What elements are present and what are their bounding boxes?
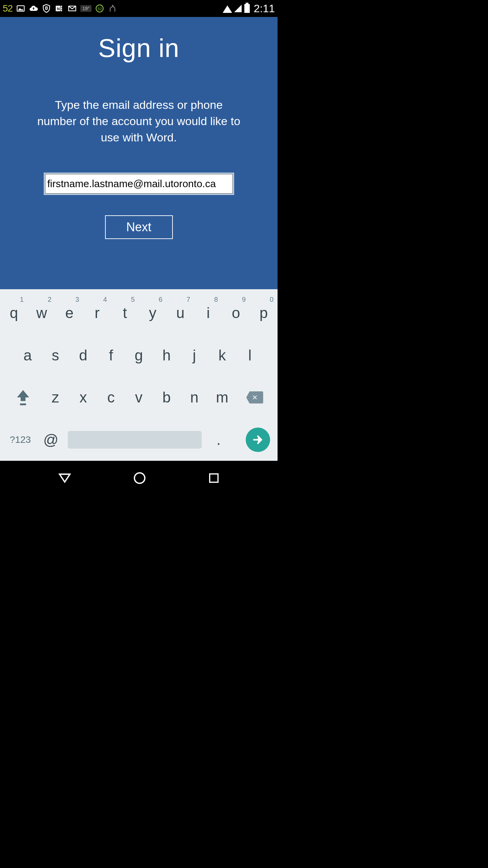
- key-w[interactable]: 2w: [28, 294, 56, 332]
- key-e[interactable]: 3e: [56, 294, 83, 332]
- key-j[interactable]: j: [181, 337, 208, 374]
- key-q[interactable]: 1q: [0, 294, 28, 332]
- key-h[interactable]: h: [153, 337, 181, 374]
- email-field-wrap: [44, 173, 234, 195]
- clock: 2:11: [254, 2, 275, 15]
- key-s[interactable]: s: [42, 337, 69, 374]
- battery-icon: [244, 4, 250, 13]
- status-right: 2:11: [223, 2, 275, 15]
- gmail-icon: [67, 4, 77, 13]
- signin-panel: Sign in Type the email address or phone …: [0, 17, 278, 289]
- at-key[interactable]: @: [37, 431, 64, 448]
- status-bar: 52 N 19° 52 2:11: [0, 0, 278, 17]
- key-a[interactable]: a: [14, 337, 42, 374]
- keyboard-row-4: ?123 @ .: [0, 419, 278, 461]
- android-nav-bar: [0, 461, 278, 494]
- key-p[interactable]: 0p: [250, 294, 278, 332]
- shield-icon: [42, 4, 51, 13]
- wifi-icon: [223, 5, 232, 13]
- key-k[interactable]: k: [208, 337, 236, 374]
- llama-icon: [108, 4, 117, 13]
- svg-rect-6: [61, 8, 62, 9]
- ring-badge-icon: 52: [95, 4, 104, 13]
- backspace-key[interactable]: [236, 391, 273, 403]
- weather-temp: 19°: [80, 5, 92, 12]
- status-left: 52 N 19° 52: [3, 3, 223, 14]
- key-f[interactable]: f: [97, 337, 125, 374]
- instruction-text: Type the email address or phone number o…: [37, 97, 241, 145]
- key-x[interactable]: x: [69, 379, 97, 416]
- spacebar-key[interactable]: [68, 431, 202, 449]
- on-screen-keyboard: 1q2w3e4r5t6y7u8i9o0p asdfghjkl zxcvbnm ?…: [0, 289, 278, 461]
- key-t[interactable]: 5t: [111, 294, 139, 332]
- keyboard-row-1: 1q2w3e4r5t6y7u8i9o0p: [0, 292, 278, 334]
- svg-rect-5: [61, 6, 62, 7]
- symbols-key[interactable]: ?123: [3, 434, 37, 445]
- key-i[interactable]: 8i: [194, 294, 222, 332]
- image-icon: [16, 4, 25, 13]
- back-button[interactable]: [57, 470, 73, 487]
- signal-icon: [234, 5, 242, 12]
- svg-rect-12: [20, 403, 26, 405]
- svg-text:52: 52: [98, 6, 102, 11]
- onenote-icon: N: [55, 4, 64, 13]
- key-g[interactable]: g: [125, 337, 153, 374]
- period-key[interactable]: .: [205, 431, 232, 448]
- key-n[interactable]: n: [181, 379, 208, 416]
- svg-rect-7: [61, 10, 62, 12]
- key-z[interactable]: z: [42, 379, 69, 416]
- email-field[interactable]: [45, 174, 233, 194]
- svg-point-14: [134, 473, 145, 483]
- key-r[interactable]: 4r: [83, 294, 111, 332]
- recents-button[interactable]: [207, 471, 221, 487]
- svg-rect-15: [209, 474, 218, 482]
- page-title: Sign in: [98, 33, 179, 63]
- svg-marker-1: [18, 8, 23, 11]
- svg-rect-2: [46, 7, 47, 9]
- svg-text:N: N: [57, 6, 60, 11]
- key-y[interactable]: 6y: [139, 294, 167, 332]
- shift-key[interactable]: [4, 389, 42, 406]
- key-l[interactable]: l: [236, 337, 264, 374]
- key-v[interactable]: v: [125, 379, 153, 416]
- next-button[interactable]: Next: [105, 215, 173, 239]
- cloud-upload-icon: [29, 4, 38, 13]
- svg-marker-11: [17, 390, 29, 401]
- notification-count: 52: [3, 3, 13, 14]
- home-button[interactable]: [132, 470, 147, 487]
- key-m[interactable]: m: [208, 379, 236, 416]
- key-o[interactable]: 9o: [222, 294, 250, 332]
- keyboard-row-3: zxcvbnm: [0, 376, 278, 419]
- keyboard-row-2: asdfghjkl: [0, 334, 278, 377]
- key-d[interactable]: d: [69, 337, 97, 374]
- key-u[interactable]: 7u: [166, 294, 194, 332]
- key-b[interactable]: b: [153, 379, 181, 416]
- enter-key[interactable]: [246, 428, 270, 452]
- svg-marker-13: [59, 474, 70, 482]
- key-c[interactable]: c: [97, 379, 125, 416]
